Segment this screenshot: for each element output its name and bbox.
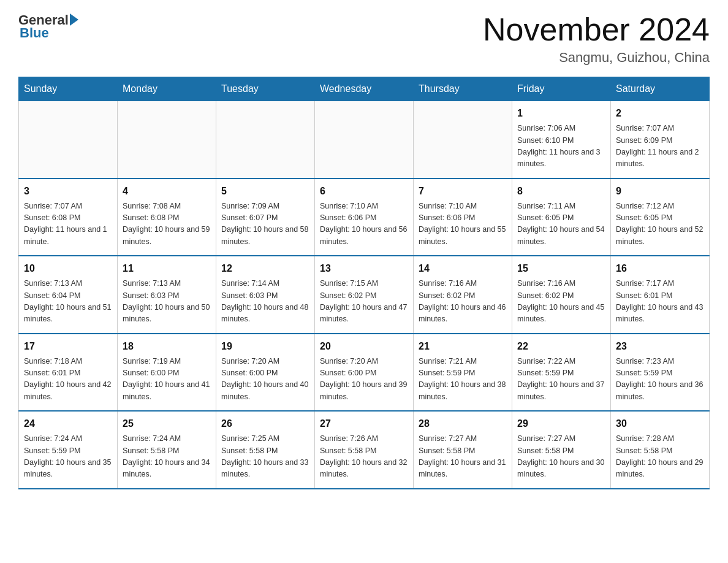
day-info-line: Sunrise: 7:10 AM — [419, 201, 507, 212]
day-cell: 15Sunrise: 7:16 AMSunset: 6:02 PMDayligh… — [512, 256, 611, 334]
day-info-line: Sunrise: 7:16 AM — [419, 278, 507, 289]
day-info-line: Daylight: 10 hours and 52 minutes. — [616, 224, 704, 248]
day-info-line: Sunset: 5:58 PM — [320, 445, 408, 457]
day-number: 6 — [320, 184, 408, 199]
day-info-line: Daylight: 10 hours and 54 minutes. — [517, 224, 605, 248]
day-info-line: Sunset: 6:02 PM — [419, 290, 507, 302]
day-cell: 19Sunrise: 7:20 AMSunset: 6:00 PMDayligh… — [216, 334, 315, 412]
day-info-line: Sunset: 5:59 PM — [616, 367, 704, 379]
day-cell: 4Sunrise: 7:08 AMSunset: 6:08 PMDaylight… — [118, 178, 216, 256]
day-number: 13 — [320, 261, 408, 276]
day-of-week-thursday: Thursday — [414, 77, 512, 101]
day-info-line: Daylight: 10 hours and 36 minutes. — [616, 379, 704, 403]
day-info-line: Daylight: 10 hours and 48 minutes. — [221, 302, 309, 326]
day-cell: 27Sunrise: 7:26 AMSunset: 5:58 PMDayligh… — [315, 411, 414, 489]
day-of-week-monday: Monday — [118, 77, 216, 101]
day-number: 7 — [419, 184, 507, 199]
day-cell: 11Sunrise: 7:13 AMSunset: 6:03 PMDayligh… — [118, 256, 216, 334]
day-cell: 10Sunrise: 7:13 AMSunset: 6:04 PMDayligh… — [19, 256, 118, 334]
day-number: 30 — [616, 416, 704, 431]
day-info-line: Sunrise: 7:15 AM — [320, 278, 408, 289]
day-info-line: Daylight: 10 hours and 33 minutes. — [221, 457, 309, 481]
day-info-line: Sunset: 6:03 PM — [123, 290, 211, 302]
day-info-line: Sunset: 6:07 PM — [221, 212, 309, 224]
day-number: 11 — [123, 261, 211, 276]
day-info-line: Daylight: 10 hours and 50 minutes. — [123, 302, 211, 326]
day-cell: 24Sunrise: 7:24 AMSunset: 5:59 PMDayligh… — [19, 411, 118, 489]
day-info-line: Daylight: 10 hours and 43 minutes. — [616, 302, 704, 326]
day-number: 23 — [616, 339, 704, 354]
day-info-line: Sunset: 6:05 PM — [616, 212, 704, 224]
day-info-line: Daylight: 10 hours and 55 minutes. — [419, 224, 507, 248]
day-cell: 22Sunrise: 7:22 AMSunset: 5:59 PMDayligh… — [512, 334, 611, 412]
week-row-1: 1Sunrise: 7:06 AMSunset: 6:10 PMDaylight… — [19, 101, 710, 178]
logo-arrow-icon — [70, 13, 78, 26]
day-number: 24 — [24, 416, 112, 431]
day-number: 12 — [221, 261, 309, 276]
week-row-3: 10Sunrise: 7:13 AMSunset: 6:04 PMDayligh… — [19, 256, 710, 334]
day-info-line: Daylight: 10 hours and 51 minutes. — [24, 302, 112, 326]
day-cell: 29Sunrise: 7:27 AMSunset: 5:58 PMDayligh… — [512, 411, 611, 489]
day-info-line: Sunset: 6:01 PM — [616, 290, 704, 302]
day-info-line: Sunrise: 7:07 AM — [24, 201, 112, 212]
day-info-line: Daylight: 10 hours and 47 minutes. — [320, 302, 408, 326]
day-cell — [19, 101, 118, 178]
day-info-line: Sunrise: 7:10 AM — [320, 201, 408, 212]
day-info-line: Sunset: 5:59 PM — [24, 445, 112, 457]
day-info-line: Sunrise: 7:13 AM — [24, 278, 112, 289]
day-info-line: Daylight: 10 hours and 45 minutes. — [517, 302, 605, 326]
days-of-week-row: SundayMondayTuesdayWednesdayThursdayFrid… — [19, 77, 710, 101]
day-info-line: Sunrise: 7:26 AM — [320, 433, 408, 445]
day-cell: 9Sunrise: 7:12 AMSunset: 6:05 PMDaylight… — [611, 178, 710, 256]
day-info-line: Sunset: 6:06 PM — [419, 212, 507, 224]
day-info-line: Sunrise: 7:14 AM — [221, 278, 309, 289]
day-number: 16 — [616, 261, 704, 276]
day-info-line: Daylight: 10 hours and 30 minutes. — [517, 457, 605, 481]
day-info-line: Sunrise: 7:25 AM — [221, 433, 309, 445]
day-cell: 7Sunrise: 7:10 AMSunset: 6:06 PMDaylight… — [414, 178, 512, 256]
week-row-2: 3Sunrise: 7:07 AMSunset: 6:08 PMDaylight… — [19, 178, 710, 256]
day-number: 19 — [221, 339, 309, 354]
day-number: 10 — [24, 261, 112, 276]
day-info-line: Sunset: 6:09 PM — [616, 135, 704, 147]
day-cell: 28Sunrise: 7:27 AMSunset: 5:58 PMDayligh… — [414, 411, 512, 489]
title-area: November 2024 Sangmu, Guizhou, China — [483, 12, 710, 66]
day-info-line: Daylight: 10 hours and 34 minutes. — [123, 457, 211, 481]
week-row-5: 24Sunrise: 7:24 AMSunset: 5:59 PMDayligh… — [19, 411, 710, 489]
day-info-line: Sunset: 6:01 PM — [24, 367, 112, 379]
day-cell: 16Sunrise: 7:17 AMSunset: 6:01 PMDayligh… — [611, 256, 710, 334]
day-info-line: Sunset: 6:02 PM — [320, 290, 408, 302]
day-info-line: Sunrise: 7:21 AM — [419, 356, 507, 367]
week-row-4: 17Sunrise: 7:18 AMSunset: 6:01 PMDayligh… — [19, 334, 710, 412]
day-cell: 5Sunrise: 7:09 AMSunset: 6:07 PMDaylight… — [216, 178, 315, 256]
logo: General Blue — [18, 12, 78, 41]
day-number: 26 — [221, 416, 309, 431]
day-of-week-wednesday: Wednesday — [315, 77, 414, 101]
day-info-line: Sunset: 5:59 PM — [517, 367, 605, 379]
calendar-subtitle: Sangmu, Guizhou, China — [483, 50, 710, 66]
day-cell — [414, 101, 512, 178]
day-info-line: Sunset: 6:08 PM — [24, 212, 112, 224]
day-cell: 26Sunrise: 7:25 AMSunset: 5:58 PMDayligh… — [216, 411, 315, 489]
day-number: 8 — [517, 184, 605, 199]
day-info-line: Sunset: 6:04 PM — [24, 290, 112, 302]
day-info-line: Sunrise: 7:08 AM — [123, 201, 211, 212]
day-info-line: Daylight: 10 hours and 29 minutes. — [616, 457, 704, 481]
day-info-line: Sunrise: 7:24 AM — [24, 433, 112, 445]
day-info-line: Sunset: 5:58 PM — [419, 445, 507, 457]
day-info-line: Sunrise: 7:12 AM — [616, 201, 704, 212]
day-info-line: Sunset: 6:02 PM — [517, 290, 605, 302]
day-of-week-sunday: Sunday — [19, 77, 118, 101]
day-info-line: Daylight: 10 hours and 35 minutes. — [24, 457, 112, 481]
day-info-line: Sunset: 5:58 PM — [616, 445, 704, 457]
day-info-line: Sunrise: 7:27 AM — [419, 433, 507, 445]
day-cell: 12Sunrise: 7:14 AMSunset: 6:03 PMDayligh… — [216, 256, 315, 334]
day-number: 1 — [517, 106, 605, 121]
day-number: 20 — [320, 339, 408, 354]
day-info-line: Daylight: 11 hours and 1 minute. — [24, 224, 112, 248]
day-cell — [216, 101, 315, 178]
day-of-week-tuesday: Tuesday — [216, 77, 315, 101]
day-info-line: Sunset: 6:03 PM — [221, 290, 309, 302]
day-number: 18 — [123, 339, 211, 354]
day-number: 15 — [517, 261, 605, 276]
